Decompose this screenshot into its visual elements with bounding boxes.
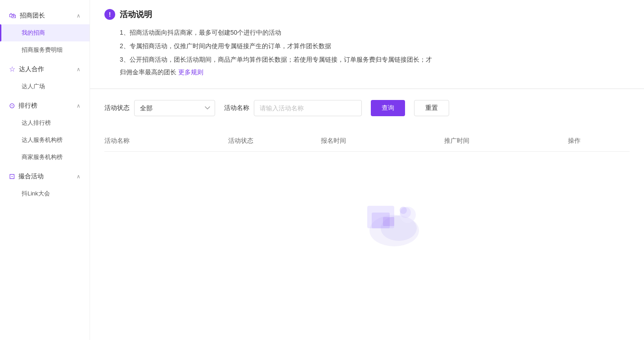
sidebar-section-merchant: 🛍 招商团长 ∧ 我的招商 招商服务费明细 [0, 7, 90, 59]
table-header: 活动名称 活动状态 报名时间 推广时间 操作 [104, 131, 630, 152]
sidebar-section-rank-header-left: ⊙ 排行榜 [9, 101, 37, 110]
rank-icon: ⊙ [9, 101, 15, 110]
notice-area: ! 活动说明 1、招商活动面向抖店商家，最多可创建50个进行中的活动 2、专属招… [90, 0, 644, 89]
activity-chevron-icon: ∧ [77, 173, 81, 180]
notice-line-3-suffix: 归佣金率最高的团长 [120, 68, 176, 76]
table-col-promo-time: 推广时间 [444, 137, 568, 145]
sidebar-section-merchant-label: 招商团长 [20, 12, 45, 20]
empty-illustration [331, 188, 403, 242]
notice-title: ! 活动说明 [104, 9, 630, 20]
sidebar-section-rank-header[interactable]: ⊙ 排行榜 ∧ [0, 97, 90, 114]
filter-name-label: 活动名称 [224, 104, 249, 112]
sidebar-section-talent-header[interactable]: ☆ 达人合作 ∧ [0, 60, 90, 78]
merchant-icon: 🛍 [9, 12, 16, 20]
sidebar-section-merchant-header-left: 🛍 招商团长 [9, 12, 45, 20]
reset-button[interactable]: 重置 [414, 100, 449, 116]
table-col-name: 活动名称 [104, 137, 228, 145]
sidebar-item-talent-service-rank[interactable]: 达人服务机构榜 [0, 131, 90, 149]
filter-group-name: 活动名称 [224, 100, 362, 116]
query-button[interactable]: 查询 [371, 100, 405, 116]
table-col-signup-time: 报名时间 [321, 137, 445, 145]
empty-state [104, 152, 630, 260]
filter-group-status: 活动状态 全部 进行中 已结束 未开始 [104, 100, 215, 116]
notice-title-text: 活动说明 [120, 9, 152, 20]
talent-icon: ☆ [9, 65, 15, 73]
sidebar-section-rank-label: 排行榜 [18, 102, 37, 110]
notice-more-rules-link[interactable]: 更多规则 [178, 68, 203, 76]
sidebar-item-merchant-fee[interactable]: 招商服务费明细 [0, 41, 90, 59]
talent-chevron-icon: ∧ [77, 66, 81, 73]
activity-name-input[interactable] [254, 100, 362, 116]
sidebar-item-tiktok-link[interactable]: 抖Link大会 [0, 185, 90, 202]
sidebar-item-talent-rank[interactable]: 达人排行榜 [0, 114, 90, 131]
notice-line-3-text: 3、公开招商活动，团长活动期间，商品产单均算作团长数据；若使用专属链接，订单服务… [120, 56, 432, 63]
sidebar-section-rank: ⊙ 排行榜 ∧ 达人排行榜 达人服务机构榜 商家服务机构榜 [0, 97, 90, 166]
notice-icon: ! [104, 9, 115, 20]
sidebar: 🛍 招商团长 ∧ 我的招商 招商服务费明细 ☆ 达人合作 ∧ 达人广场 ⊙ [0, 0, 90, 340]
rank-chevron-icon: ∧ [77, 103, 81, 109]
sidebar-section-activity: ⊡ 撮合活动 ∧ 抖Link大会 [0, 168, 90, 202]
sidebar-section-talent: ☆ 达人合作 ∧ 达人广场 [0, 60, 90, 95]
sidebar-item-merchant-service-rank[interactable]: 商家服务机构榜 [0, 149, 90, 166]
notice-line-3: 3、公开招商活动，团长活动期间，商品产单均算作团长数据；若使用专属链接，订单服务… [120, 53, 630, 78]
sidebar-section-talent-header-left: ☆ 达人合作 [9, 65, 44, 73]
main-content: ! 活动说明 1、招商活动面向抖店商家，最多可创建50个进行中的活动 2、专属招… [90, 0, 644, 340]
merchant-chevron-icon: ∧ [77, 13, 81, 19]
activity-icon: ⊡ [9, 172, 15, 181]
notice-line-1: 1、招商活动面向抖店商家，最多可创建50个进行中的活动 [120, 26, 630, 39]
sidebar-section-activity-header[interactable]: ⊡ 撮合活动 ∧ [0, 168, 90, 185]
sidebar-section-activity-label: 撮合活动 [18, 172, 44, 181]
filter-area: 活动状态 全部 进行中 已结束 未开始 活动名称 查询 重置 [90, 89, 644, 127]
sidebar-section-activity-header-left: ⊡ 撮合活动 [9, 172, 44, 181]
svg-point-7 [400, 207, 407, 214]
table-area: 活动名称 活动状态 报名时间 推广时间 操作 [90, 131, 644, 260]
sidebar-item-my-merchant[interactable]: 我的招商 [0, 24, 90, 41]
sidebar-section-merchant-header[interactable]: 🛍 招商团长 ∧ [0, 7, 90, 24]
empty-svg [331, 188, 421, 246]
notice-line-2: 2、专属招商活动，仅推广时间内使用专属链接产生的订单，才算作团长数据 [120, 40, 630, 52]
filter-status-label: 活动状态 [104, 104, 130, 112]
sidebar-section-talent-label: 达人合作 [19, 65, 44, 73]
svg-rect-4 [383, 217, 394, 226]
table-col-action: 操作 [568, 137, 630, 145]
table-col-status: 活动状态 [228, 137, 321, 145]
sidebar-item-talent-plaza[interactable]: 达人广场 [0, 78, 90, 95]
notice-content: 1、招商活动面向抖店商家，最多可创建50个进行中的活动 2、专属招商活动，仅推广… [104, 26, 630, 78]
activity-status-select[interactable]: 全部 进行中 已结束 未开始 [134, 100, 215, 116]
